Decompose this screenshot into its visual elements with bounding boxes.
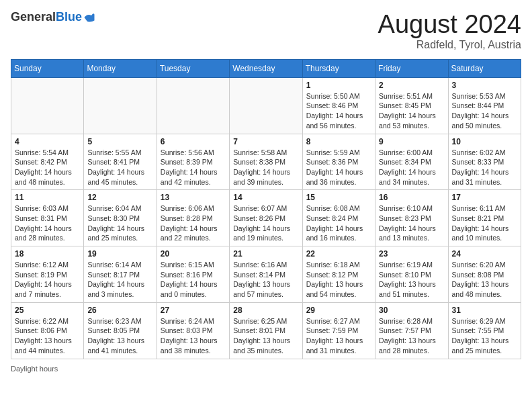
calendar-day-header: Friday [375,59,448,77]
calendar-cell: 31Sunrise: 6:29 AM Sunset: 7:55 PM Dayli… [448,302,521,359]
calendar-day-header: Thursday [302,59,375,77]
calendar-day-header: Monday [84,59,157,77]
calendar-header-row: SundayMondayTuesdayWednesdayThursdayFrid… [11,59,521,77]
day-number: 25 [15,306,80,315]
day-number: 31 [452,306,517,315]
calendar-day-header: Tuesday [157,59,229,77]
calendar-cell: 14Sunrise: 6:07 AM Sunset: 8:26 PM Dayli… [230,190,302,246]
calendar-cell: 29Sunrise: 6:27 AM Sunset: 7:59 PM Dayli… [302,302,375,359]
logo: GeneralBlue [11,11,95,24]
day-info: Sunrise: 6:15 AM Sunset: 8:16 PM Dayligh… [161,260,226,300]
logo-blue-text: Blue [56,10,82,24]
calendar-cell: 28Sunrise: 6:25 AM Sunset: 8:01 PM Dayli… [230,302,302,359]
calendar-day-header: Saturday [448,59,521,77]
day-info: Sunrise: 6:28 AM Sunset: 7:57 PM Dayligh… [379,316,444,356]
day-info: Sunrise: 5:53 AM Sunset: 8:44 PM Dayligh… [452,91,517,131]
calendar-cell: 7Sunrise: 5:58 AM Sunset: 8:38 PM Daylig… [230,134,302,190]
day-info: Sunrise: 6:02 AM Sunset: 8:33 PM Dayligh… [452,148,517,187]
day-info: Sunrise: 6:29 AM Sunset: 7:55 PM Dayligh… [452,316,517,356]
day-number: 29 [306,306,371,315]
day-number: 7 [233,137,298,146]
day-number: 26 [87,306,152,315]
calendar-cell: 11Sunrise: 6:03 AM Sunset: 8:31 PM Dayli… [11,190,84,246]
day-number: 9 [379,137,444,146]
calendar-cell: 19Sunrise: 6:14 AM Sunset: 8:17 PM Dayli… [84,246,157,303]
calendar-table: SundayMondayTuesdayWednesdayThursdayFrid… [11,59,521,359]
calendar-week-row: 11Sunrise: 6:03 AM Sunset: 8:31 PM Dayli… [11,190,521,246]
title-block: August 2024 Radfeld, Tyrol, Austria [378,11,521,51]
day-number: 20 [161,249,226,259]
calendar-week-row: 18Sunrise: 6:12 AM Sunset: 8:19 PM Dayli… [11,246,521,303]
calendar-week-row: 1Sunrise: 5:50 AM Sunset: 8:46 PM Daylig… [11,77,521,134]
day-info: Sunrise: 5:56 AM Sunset: 8:39 PM Dayligh… [161,148,226,187]
calendar-cell [230,77,302,134]
day-number: 17 [452,193,517,202]
calendar-cell [84,77,157,134]
day-info: Sunrise: 6:12 AM Sunset: 8:19 PM Dayligh… [15,260,80,300]
daylight-label: Daylight hours [11,365,58,373]
calendar-cell [11,77,84,134]
calendar-cell: 9Sunrise: 6:00 AM Sunset: 8:34 PM Daylig… [375,134,448,190]
calendar-day-header: Wednesday [230,59,302,77]
day-info: Sunrise: 5:51 AM Sunset: 8:45 PM Dayligh… [379,91,444,131]
day-info: Sunrise: 6:16 AM Sunset: 8:14 PM Dayligh… [233,260,298,300]
day-number: 4 [15,137,80,146]
calendar-cell: 13Sunrise: 6:06 AM Sunset: 8:28 PM Dayli… [157,190,229,246]
calendar-cell: 10Sunrise: 6:02 AM Sunset: 8:33 PM Dayli… [448,134,521,190]
calendar-cell: 18Sunrise: 6:12 AM Sunset: 8:19 PM Dayli… [11,246,84,303]
day-number: 27 [161,306,226,315]
calendar-cell: 21Sunrise: 6:16 AM Sunset: 8:14 PM Dayli… [230,246,302,303]
day-info: Sunrise: 6:27 AM Sunset: 7:59 PM Dayligh… [306,316,371,356]
day-info: Sunrise: 5:59 AM Sunset: 8:36 PM Dayligh… [306,148,371,187]
day-number: 12 [87,193,152,202]
day-info: Sunrise: 5:54 AM Sunset: 8:42 PM Dayligh… [15,148,80,187]
day-number: 13 [161,193,226,202]
header: GeneralBlue August 2024 Radfeld, Tyrol, … [11,11,521,51]
day-info: Sunrise: 6:14 AM Sunset: 8:17 PM Dayligh… [87,260,152,300]
calendar-cell: 3Sunrise: 5:53 AM Sunset: 8:44 PM Daylig… [448,77,521,134]
day-number: 15 [306,193,371,202]
day-number: 23 [379,249,444,259]
calendar-cell: 2Sunrise: 5:51 AM Sunset: 8:45 PM Daylig… [375,77,448,134]
month-title: August 2024 [378,11,521,39]
day-number: 19 [87,249,152,259]
day-info: Sunrise: 6:07 AM Sunset: 8:26 PM Dayligh… [233,203,298,243]
day-number: 24 [452,249,517,259]
calendar-cell: 27Sunrise: 6:24 AM Sunset: 8:03 PM Dayli… [157,302,229,359]
calendar-cell: 6Sunrise: 5:56 AM Sunset: 8:39 PM Daylig… [157,134,229,190]
day-info: Sunrise: 6:24 AM Sunset: 8:03 PM Dayligh… [161,316,226,356]
day-number: 18 [15,249,80,259]
calendar-cell: 5Sunrise: 5:55 AM Sunset: 8:41 PM Daylig… [84,134,157,190]
day-info: Sunrise: 6:03 AM Sunset: 8:31 PM Dayligh… [15,203,80,243]
location-title: Radfeld, Tyrol, Austria [378,39,521,51]
day-number: 3 [452,81,517,90]
day-number: 2 [379,81,444,90]
day-number: 6 [161,137,226,146]
day-info: Sunrise: 6:25 AM Sunset: 8:01 PM Dayligh… [233,316,298,356]
day-number: 22 [306,249,371,259]
calendar-cell: 24Sunrise: 6:20 AM Sunset: 8:08 PM Dayli… [448,246,521,303]
day-info: Sunrise: 6:08 AM Sunset: 8:24 PM Dayligh… [306,203,371,243]
logo-general-text: General [11,10,56,24]
day-info: Sunrise: 5:58 AM Sunset: 8:38 PM Dayligh… [233,148,298,187]
day-info: Sunrise: 6:11 AM Sunset: 8:21 PM Dayligh… [452,203,517,243]
day-number: 14 [233,193,298,202]
footer-note: Daylight hours [11,365,521,373]
day-number: 1 [306,81,371,90]
day-number: 30 [379,306,444,315]
day-number: 28 [233,306,298,315]
day-info: Sunrise: 6:04 AM Sunset: 8:30 PM Dayligh… [87,203,152,243]
day-info: Sunrise: 6:10 AM Sunset: 8:23 PM Dayligh… [379,203,444,243]
calendar-cell: 23Sunrise: 6:19 AM Sunset: 8:10 PM Dayli… [375,246,448,303]
calendar-cell: 12Sunrise: 6:04 AM Sunset: 8:30 PM Dayli… [84,190,157,246]
calendar-day-header: Sunday [11,59,84,77]
calendar-cell: 25Sunrise: 6:22 AM Sunset: 8:06 PM Dayli… [11,302,84,359]
day-info: Sunrise: 6:06 AM Sunset: 8:28 PM Dayligh… [161,203,226,243]
calendar-week-row: 4Sunrise: 5:54 AM Sunset: 8:42 PM Daylig… [11,134,521,190]
day-info: Sunrise: 6:22 AM Sunset: 8:06 PM Dayligh… [15,316,80,356]
calendar-cell: 8Sunrise: 5:59 AM Sunset: 8:36 PM Daylig… [302,134,375,190]
day-info: Sunrise: 6:20 AM Sunset: 8:08 PM Dayligh… [452,260,517,300]
calendar-cell: 16Sunrise: 6:10 AM Sunset: 8:23 PM Dayli… [375,190,448,246]
calendar-cell: 30Sunrise: 6:28 AM Sunset: 7:57 PM Dayli… [375,302,448,359]
day-number: 8 [306,137,371,146]
